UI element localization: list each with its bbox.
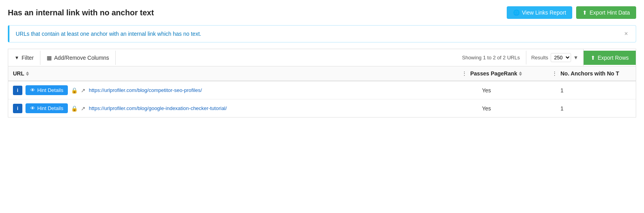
info-icon[interactable]: i [13,104,22,113]
dropdown-icon: ▼ [573,55,579,61]
table-row: i 👁 Hint Details 🔒 ↗ https://urlprofiler… [8,81,636,99]
pagerank-more-icon[interactable]: ⋮ [549,70,560,77]
hint-details-button[interactable]: 👁 Hint Details [25,103,68,113]
globe-icon: 🌐 [513,9,520,16]
data-table: URL ⋮ Passes PageRank ⋮ No. Anchors with… [8,66,636,118]
row-url-cell: i 👁 Hint Details 🔒 ↗ https://urlprofiler… [13,103,482,113]
toolbar: ▼ Filter ▦ Add/Remove Columns Showing 1 … [8,49,636,66]
external-link-icon: ↗ [81,87,86,94]
external-link-icon: ↗ [81,105,86,112]
page-title: Has an internal link with no anchor text [8,8,154,17]
filter-icon: ▼ [15,55,19,61]
row-anchors-value: 1 [560,105,631,112]
banner-close-button[interactable]: × [623,30,629,37]
pagerank-sort-icon[interactable] [519,72,522,76]
eye-icon: 👁 [30,87,35,93]
header-buttons: 🌐 View Links Report ⬆ Export Hint Data [507,6,636,19]
add-remove-columns-button[interactable]: ▦ Add/Remove Columns [40,51,116,65]
view-links-report-button[interactable]: 🌐 View Links Report [507,6,573,19]
table-header: URL ⋮ Passes PageRank ⋮ No. Anchors with… [8,66,636,81]
results-per-page-select[interactable]: 250 100 500 [551,53,571,62]
url-sort-icon[interactable] [26,72,29,76]
col-header-pagerank: Passes PageRank [470,70,549,77]
export-rows-button[interactable]: ⬆ Export Rows [584,51,636,65]
hint-details-button[interactable]: 👁 Hint Details [25,85,68,95]
url-link[interactable]: https://urlprofiler.com/blog/google-inde… [89,105,227,111]
banner-text: URLs that contain at least one anchor wi… [16,31,201,37]
export-rows-icon: ⬆ [591,55,595,61]
col-header-anchors: No. Anchors with No T [560,70,631,77]
secure-lock-icon: 🔒 [71,105,78,112]
row-pagerank-value: Yes [482,87,560,94]
page-header: Has an internal link with no anchor text… [8,6,636,19]
url-link[interactable]: https://urlprofiler.com/blog/competitor-… [89,87,202,93]
col-more-icon[interactable]: ⋮ [458,70,470,77]
export-hint-data-button[interactable]: ⬆ Export Hint Data [576,6,636,19]
table-row: i 👁 Hint Details 🔒 ↗ https://urlprofiler… [8,99,636,117]
results-selector: Results 250 100 500 ▼ [526,49,583,66]
row-pagerank-value: Yes [482,105,560,112]
export-hint-icon: ⬆ [582,9,587,16]
secure-lock-icon: 🔒 [71,87,78,94]
showing-count: Showing 1 to 2 of 2 URLs [456,51,526,64]
results-label: Results [531,55,548,61]
filter-button[interactable]: ▼ Filter [8,51,40,65]
col-header-url: URL [13,70,458,77]
row-anchors-value: 1 [560,87,631,94]
eye-icon: 👁 [30,105,35,111]
info-icon[interactable]: i [13,86,22,95]
info-banner: URLs that contain at least one anchor wi… [8,25,636,42]
columns-icon: ▦ [47,55,52,61]
row-url-cell: i 👁 Hint Details 🔒 ↗ https://urlprofiler… [13,85,482,95]
